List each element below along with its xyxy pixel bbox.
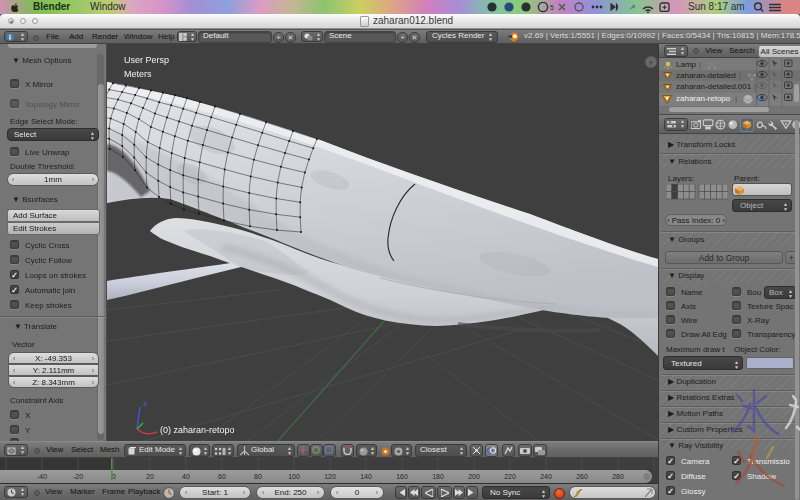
- svg-text:Meters: Meters: [124, 69, 152, 79]
- svg-text:-20: -20: [73, 473, 83, 480]
- svg-text:-40: -40: [37, 473, 47, 480]
- svg-text:120: 120: [324, 473, 336, 480]
- svg-text:0: 0: [112, 473, 116, 480]
- svg-text:200: 200: [468, 473, 480, 480]
- svg-text:240: 240: [540, 473, 552, 480]
- svg-text:80: 80: [254, 473, 262, 480]
- svg-text:140: 140: [360, 473, 372, 480]
- svg-text:+: +: [648, 58, 653, 68]
- svg-text:40: 40: [182, 473, 190, 480]
- svg-text:User Persp: User Persp: [124, 55, 169, 65]
- svg-text:100: 100: [288, 473, 300, 480]
- svg-text:20: 20: [146, 473, 154, 480]
- svg-text:220: 220: [504, 473, 516, 480]
- svg-text:180: 180: [432, 473, 444, 480]
- svg-text:160: 160: [396, 473, 408, 480]
- svg-text:260: 260: [576, 473, 588, 480]
- svg-text:z: z: [143, 399, 147, 408]
- svg-text:280: 280: [612, 473, 624, 480]
- svg-text:60: 60: [218, 473, 226, 480]
- svg-text:(0) zaharan-retopo: (0) zaharan-retopo: [160, 425, 235, 435]
- svg-text:5: 5: [550, 4, 554, 11]
